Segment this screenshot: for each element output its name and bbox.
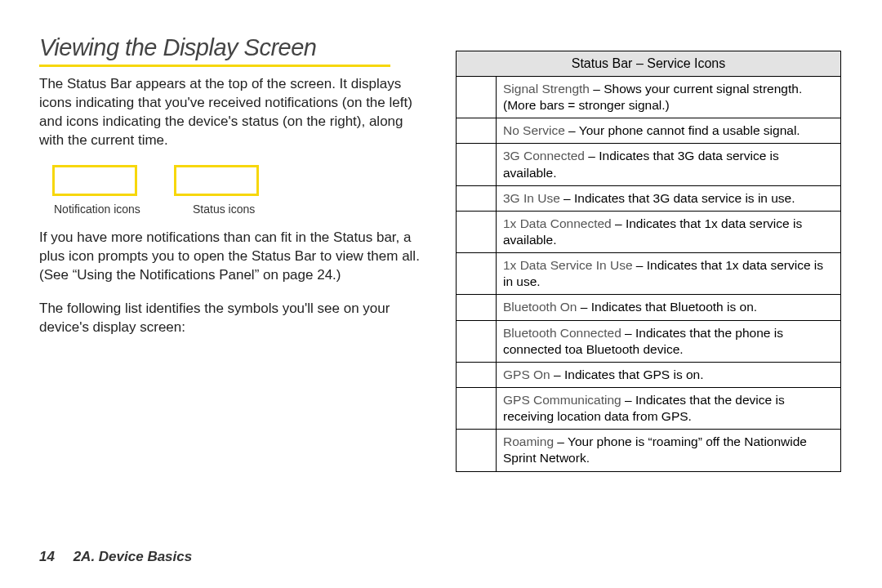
row-desc: 1x Data Connected – Indicates that 1x da… (497, 212, 840, 252)
page-number: 14 (39, 549, 55, 564)
row-desc: Roaming – Your phone is “roaming” off th… (497, 430, 840, 470)
table-row: 1x Data Service In Use – Indicates that … (457, 253, 840, 295)
right-column: Status Bar – Service Icons Signal Streng… (456, 34, 843, 472)
left-column: Viewing the Display Screen The Status Ba… (39, 34, 431, 472)
diagram-labels: Notification icons Status icons (54, 203, 431, 216)
3g-connected-icon (457, 144, 497, 185)
table-row: 1x Data Connected – Indicates that 1x da… (457, 212, 840, 253)
roaming-icon (457, 430, 497, 470)
status-bar-diagram (52, 165, 431, 196)
bluetooth-on-icon (457, 295, 497, 319)
row-desc: 3G Connected – Indicates that 3G data se… (497, 144, 840, 185)
table-row: Bluetooth Connected – Indicates that the… (457, 321, 840, 363)
section-label: 2A. Device Basics (74, 549, 193, 564)
status-icons-label: Status icons (193, 203, 255, 216)
3g-in-use-icon (457, 186, 497, 211)
legend-intro-paragraph: The following list identifies the symbol… (39, 300, 431, 337)
page-footer: 14 2A. Device Basics (39, 549, 192, 565)
row-desc: 3G In Use – Indicates that 3G data servi… (497, 186, 840, 211)
title-underline (39, 65, 390, 67)
gps-communicating-icon (457, 388, 497, 429)
table-row: GPS On – Indicates that GPS is on. (457, 363, 840, 388)
no-service-icon (457, 118, 497, 143)
gps-on-icon (457, 363, 497, 387)
table-row: No Service – Your phone cannot find a us… (457, 118, 840, 144)
row-desc: 1x Data Service In Use – Indicates that … (497, 253, 840, 294)
1x-connected-icon (457, 212, 497, 252)
table-header: Status Bar – Service Icons (457, 51, 840, 77)
row-desc: Bluetooth Connected – Indicates that the… (497, 321, 840, 362)
signal-strength-icon (457, 77, 497, 118)
page-title: Viewing the Display Screen (39, 34, 431, 61)
table-row: Bluetooth On – Indicates that Bluetooth … (457, 295, 840, 320)
table-row: Signal Strength – Shows your current sig… (457, 77, 840, 118)
row-desc: GPS Communicating – Indicates that the d… (497, 388, 840, 429)
service-icons-table: Status Bar – Service Icons Signal Streng… (456, 51, 841, 472)
table-row: GPS Communicating – Indicates that the d… (457, 388, 840, 430)
row-desc: No Service – Your phone cannot find a us… (497, 118, 840, 143)
1x-in-use-icon (457, 253, 497, 294)
intro-paragraph: The Status Bar appears at the top of the… (39, 75, 431, 150)
row-desc: Bluetooth On – Indicates that Bluetooth … (497, 295, 840, 319)
status-icons-box (174, 165, 259, 196)
bluetooth-connected-icon (457, 321, 497, 362)
table-row: Roaming – Your phone is “roaming” off th… (457, 430, 840, 470)
overflow-paragraph: If you have more notifications than can … (39, 229, 431, 285)
table-row: 3G In Use – Indicates that 3G data servi… (457, 186, 840, 212)
row-desc: GPS On – Indicates that GPS is on. (497, 363, 840, 387)
notification-icons-box (52, 165, 137, 196)
row-desc: Signal Strength – Shows your current sig… (497, 77, 840, 118)
notification-icons-label: Notification icons (54, 203, 160, 216)
table-row: 3G Connected – Indicates that 3G data se… (457, 144, 840, 185)
manual-page: Viewing the Display Screen The Status Ba… (0, 0, 882, 472)
